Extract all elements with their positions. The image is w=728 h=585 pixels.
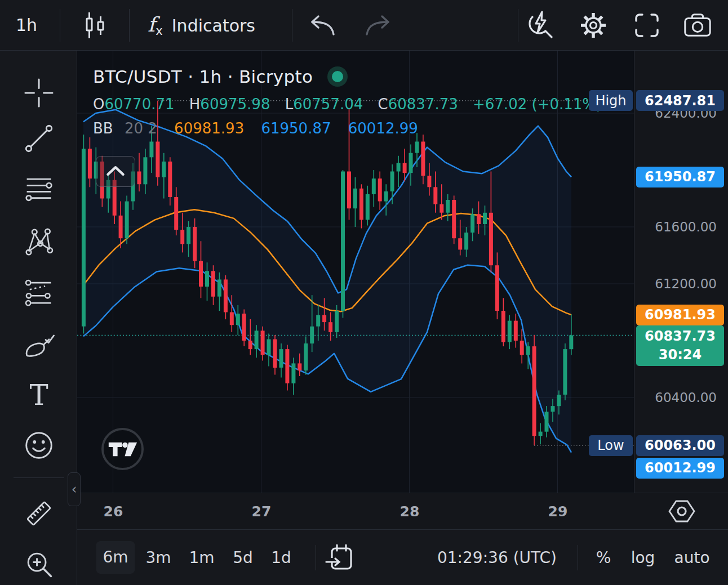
- brush-icon: [22, 328, 56, 362]
- legend-collapse-button[interactable]: [96, 156, 135, 187]
- go-to-date-icon: [325, 543, 354, 573]
- session-low-badge: 60063.00: [636, 435, 724, 456]
- candlestick-style-icon: [83, 11, 108, 39]
- chevron-up-icon: [96, 156, 135, 187]
- bb-lower-value: 60012.99: [348, 120, 418, 137]
- tradingview-logo[interactable]: [101, 427, 144, 471]
- hexagon-icon: [668, 498, 696, 524]
- indicators-button[interactable]: fx Indicators: [148, 0, 255, 51]
- fullscreen-button[interactable]: [632, 11, 662, 40]
- undo-button[interactable]: [309, 11, 338, 40]
- fx-icon: fx: [148, 13, 163, 38]
- redo-icon: [363, 11, 391, 40]
- indicator-params: 20 2: [125, 120, 157, 137]
- price-tick-3: 60400.00: [655, 390, 717, 405]
- range-3m-button[interactable]: 3m: [145, 530, 171, 585]
- tool-trend-line[interactable]: [21, 120, 57, 157]
- camera-snapshot-icon: [683, 11, 712, 39]
- market-status-indicator: [327, 66, 348, 87]
- bb-upper-badge: 61950.87: [636, 167, 724, 187]
- tool-text[interactable]: T: [21, 377, 57, 413]
- bb-upper-value: 61950.87: [261, 120, 331, 137]
- xabcd-pattern-icon: [22, 225, 56, 259]
- percent-scale-button[interactable]: %: [596, 530, 611, 585]
- snapshot-button[interactable]: [683, 11, 712, 40]
- svg-text:T: T: [29, 379, 48, 412]
- bottom-toolbar: 6m 3m 1m 5d 1d 01:29:36 (UTC) % log auto: [77, 529, 728, 585]
- trading-chart-app: 1h fx Indicators: [0, 0, 728, 585]
- ruler-icon: [22, 497, 56, 530]
- chevron-left-icon: ‹: [72, 481, 77, 497]
- chart-pane[interactable]: BTC/USDT · 1h · Bicrypto O60770.71 H6097…: [77, 51, 634, 493]
- clock-utc[interactable]: 01:29:36 (UTC): [437, 530, 557, 585]
- sidebar-collapse-tab[interactable]: ‹: [68, 472, 81, 506]
- tool-ruler[interactable]: [21, 495, 57, 532]
- last-price-value: 60837.73: [645, 327, 716, 346]
- tool-brush[interactable]: [21, 327, 57, 363]
- status-dot-icon: [332, 71, 343, 82]
- open-value: 60770.71: [104, 96, 174, 113]
- projection-lines-icon: [22, 276, 56, 310]
- redo-button[interactable]: [362, 11, 392, 40]
- top-toolbar: 1h fx Indicators: [0, 0, 728, 51]
- time-axis[interactable]: 26 27 28 29: [77, 493, 728, 529]
- tradingview-logo-icon: [101, 427, 144, 471]
- toolbar-separator: [60, 9, 60, 42]
- time-tick-26: 26: [104, 493, 123, 530]
- axis-unit-button[interactable]: [668, 498, 696, 524]
- low-label: Low: [589, 435, 633, 456]
- undo-icon: [309, 11, 338, 40]
- time-tick-27: 27: [252, 493, 272, 530]
- drawing-toolbar: T ‹: [0, 51, 77, 585]
- indicator-legend-row[interactable]: BB 20 2 60981.93 61950.87 60012.99: [93, 120, 602, 137]
- toolbar-separator: [292, 9, 292, 42]
- go-to-date-button[interactable]: [325, 543, 354, 573]
- tool-projection[interactable]: [21, 275, 57, 311]
- time-tick-28: 28: [400, 493, 420, 530]
- settings-button[interactable]: [579, 11, 608, 40]
- tool-xabcd-pattern[interactable]: [21, 224, 57, 260]
- close-value: 60837.73: [388, 96, 458, 113]
- zoom-in-icon: [22, 547, 56, 581]
- tool-crosshair[interactable]: [21, 75, 57, 111]
- indicator-name: BB: [93, 120, 113, 137]
- range-1m-button[interactable]: 1m: [189, 530, 214, 585]
- auto-scale-button[interactable]: auto: [674, 530, 709, 585]
- indicators-label: Indicators: [172, 16, 255, 35]
- ohlc-row: O60770.71 H60975.98 L60757.04 C60837.73 …: [93, 96, 602, 113]
- emoji-smiley-icon: [22, 428, 56, 462]
- candlestick-style-button[interactable]: [81, 11, 110, 40]
- price-axis[interactable]: 62400.00 61600.00 61200.00 60400.00 6248…: [634, 51, 728, 493]
- range-1d-button[interactable]: 1d: [271, 530, 291, 585]
- bb-basis-value: 60981.93: [174, 120, 244, 137]
- text-tool-icon: T: [22, 378, 56, 412]
- trend-line-icon: [22, 122, 56, 155]
- quick-search-button[interactable]: [525, 11, 554, 40]
- bar-countdown: 30:24: [659, 346, 702, 364]
- chart-legend: BTC/USDT · 1h · Bicrypto O60770.71 H6097…: [93, 66, 602, 137]
- low-value: 60757.04: [293, 96, 363, 113]
- range-6m-button[interactable]: 6m: [96, 541, 135, 574]
- tool-fib-retracement[interactable]: [21, 172, 57, 208]
- interval-button[interactable]: 1h: [16, 0, 37, 51]
- change-value: +67.02 (+0.11%): [473, 96, 602, 113]
- crosshair-icon: [22, 76, 56, 110]
- fib-retracement-icon: [22, 173, 56, 207]
- toolbar-separator: [518, 9, 518, 42]
- price-tick-1: 61600.00: [655, 219, 717, 235]
- high-value: 60975.98: [200, 96, 270, 113]
- bottombar-separator: [578, 545, 578, 570]
- symbol-title[interactable]: BTC/USDT · 1h · Bicrypto: [93, 66, 313, 87]
- session-high-badge: 62487.81: [636, 90, 724, 111]
- settings-gear-icon: [579, 11, 608, 40]
- bottombar-separator: [316, 545, 316, 570]
- last-price-badge: 60837.73 30:24: [636, 325, 724, 366]
- range-5d-button[interactable]: 5d: [233, 530, 253, 585]
- tool-emoji[interactable]: [21, 427, 57, 463]
- bb-lower-badge: 60012.99: [636, 458, 724, 479]
- log-scale-button[interactable]: log: [631, 530, 655, 585]
- price-tick-2: 61200.00: [655, 276, 717, 292]
- sidebar-divider: [14, 477, 64, 478]
- tool-zoom-in[interactable]: [21, 546, 57, 582]
- toolbar-separator: [129, 9, 130, 42]
